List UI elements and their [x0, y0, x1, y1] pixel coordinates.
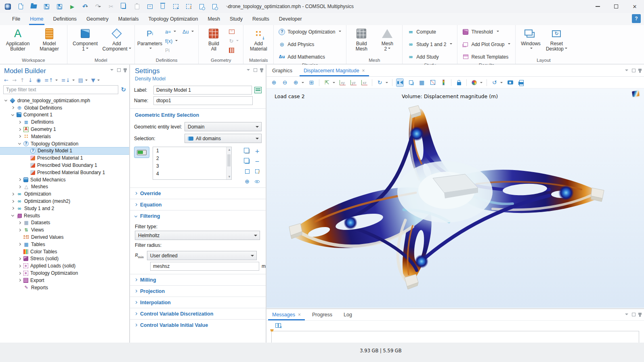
tree-item-optimization-mesh2[interactable]: ∞Optimization (mesh2) — [0, 198, 129, 205]
tree-item-meshes[interactable]: △Meshes — [0, 183, 129, 191]
tree-expander-icon[interactable] — [17, 279, 22, 281]
view-lock-icon[interactable] — [455, 79, 462, 86]
model-tree-node-text-icon[interactable]: ▤ — [78, 77, 83, 83]
nonlocal-couplings-button[interactable]: Δu — [181, 27, 195, 36]
menu-tab-home[interactable]: Home — [25, 13, 48, 25]
menu-tab-developer[interactable]: Developer — [274, 13, 307, 25]
tree-item-definitions[interactable]: ≡Definitions — [0, 118, 129, 126]
functions-button[interactable]: f(x) — [164, 37, 179, 45]
menu-tab-materials[interactable]: Materials — [113, 13, 144, 25]
tree-expander-icon[interactable] — [10, 114, 15, 116]
close-tab-icon[interactable]: × — [298, 312, 301, 318]
tree-expander-icon[interactable] — [17, 265, 22, 267]
tree-expander-icon[interactable] — [10, 107, 15, 109]
add-mathematics-button[interactable]: Δu Add Mathematics — [277, 52, 343, 62]
tree-item-export[interactable]: Export — [0, 277, 129, 284]
tree-item-reports[interactable]: ✎Reports — [0, 284, 129, 291]
tree-item-stress-solid[interactable]: Stress (solid) — [0, 255, 129, 263]
section-interpolation[interactable]: Interpolation — [130, 297, 266, 308]
tab-graphics[interactable]: Graphics — [266, 65, 298, 76]
tree-item-geometry-1[interactable]: AGeometry 1 — [0, 126, 129, 133]
view-yz-icon[interactable]: yz — [350, 79, 357, 86]
variables-button[interactable]: a= — [164, 27, 179, 36]
compute-button[interactable]: = Compute — [406, 27, 454, 37]
environment-reflections-icon[interactable]: ↺ — [491, 79, 498, 86]
print-icon[interactable] — [518, 79, 524, 86]
add-plot-group-button[interactable]: Add Plot Group — [461, 39, 512, 49]
threshold-button[interactable]: Threshold — [461, 27, 512, 37]
tree-expander-icon[interactable] — [10, 193, 15, 195]
filter-icon[interactable]: ▼ — [91, 77, 95, 83]
tree-expander-icon[interactable] — [10, 207, 15, 209]
update-geometry-button[interactable]: ↻ — [228, 37, 240, 45]
panel-pin-icon[interactable] — [261, 68, 262, 72]
add-physics-button[interactable]: ⊛ Add Physics — [277, 39, 343, 49]
zoom-extents-icon[interactable]: ⊞ — [308, 79, 315, 86]
tree-expander-icon[interactable] — [17, 121, 22, 123]
tree-expander-icon[interactable] — [17, 128, 22, 130]
selection-list-item[interactable]: 3 — [153, 162, 231, 170]
zoom-in-icon[interactable]: ⊕ — [271, 79, 277, 86]
show-grid-icon[interactable]: ▦ — [418, 79, 425, 86]
show-selection-button[interactable] — [253, 177, 262, 186]
label-input[interactable] — [153, 86, 252, 95]
filter-radius-mode-select[interactable]: User defined — [147, 251, 257, 260]
add-to-selection-button[interactable]: + — [253, 147, 262, 156]
nav-forward-icon[interactable]: → — [12, 77, 17, 83]
tree-item-global-definitions[interactable]: ⊕Global Definitions — [0, 104, 129, 112]
rotate-view-icon[interactable]: ↻ — [376, 79, 383, 86]
remove-from-selection-button[interactable]: − — [253, 157, 262, 166]
tree-expander-icon[interactable] — [17, 272, 22, 274]
panel-float-icon[interactable] — [117, 68, 121, 72]
table-message-icon[interactable] — [275, 323, 281, 328]
save-as-button[interactable] — [56, 3, 63, 10]
geometric-entity-level-select[interactable]: Domain — [185, 122, 262, 131]
tree-item-drone-topology-optimization-mph[interactable]: drone_topology_optimization.mph — [0, 97, 129, 104]
add-study-button[interactable]: ∞ Add Study — [406, 52, 454, 62]
menu-tab-definitions[interactable]: Definitions — [48, 13, 82, 25]
add-component-button[interactable]: Add Component — [102, 27, 131, 52]
paste-button[interactable] — [133, 3, 141, 10]
panel-pin-icon[interactable] — [639, 69, 641, 73]
panel-pin-icon[interactable] — [639, 313, 641, 317]
tree-item-prescribed-material-boundary-1[interactable]: Prescribed Material Boundary 1 — [0, 169, 129, 176]
tree-expander-icon[interactable] — [17, 229, 22, 231]
add-material-button[interactable]: ∷ Add Material — [247, 27, 270, 52]
menu-tab-study[interactable]: Study — [225, 13, 248, 25]
insert-sequence-button[interactable] — [228, 27, 240, 36]
close-button[interactable]: ✕ — [625, 0, 644, 13]
clear-selection-button[interactable] — [253, 167, 262, 176]
model-manager-button[interactable]: Model Manager — [35, 27, 64, 52]
graphics-canvas[interactable]: Load case 2 Volume: Displacement magnitu… — [266, 88, 644, 308]
paste-selection-button[interactable] — [243, 167, 252, 176]
panel-menu-icon[interactable] — [110, 69, 113, 72]
help-button[interactable]: ? — [632, 14, 641, 23]
tree-item-topology-optimization[interactable]: ?Topology Optimization — [0, 140, 129, 147]
parameters-button[interactable]: Pi Parameters — [138, 27, 162, 52]
partition-button[interactable] — [228, 46, 240, 55]
build-all-button[interactable]: Build All — [202, 27, 225, 52]
refresh-icon[interactable]: ↻ — [121, 86, 126, 93]
tree-item-datasets[interactable]: ▦Datasets — [0, 219, 129, 227]
rename-icon[interactable] — [254, 87, 262, 93]
color-legend-chip-icon[interactable] — [632, 90, 640, 97]
active-selection-toggle[interactable] — [134, 147, 149, 158]
show-icon[interactable]: ◉ — [36, 77, 41, 83]
scene-light-icon[interactable] — [396, 79, 403, 86]
panel-menu-icon[interactable] — [247, 69, 250, 72]
tab-progress[interactable]: Progress — [306, 309, 338, 320]
minimize-button[interactable] — [588, 0, 607, 13]
tree-expander-icon[interactable] — [10, 215, 15, 216]
menu-tab-mesh[interactable]: Mesh — [203, 13, 225, 25]
panel-float-icon[interactable] — [254, 68, 257, 72]
find-button[interactable] — [198, 3, 205, 10]
delete-button[interactable] — [159, 3, 166, 10]
tree-item-study-1-and-2[interactable]: ∞Study 1 and 2 — [0, 205, 129, 212]
study-1-and-2-button[interactable]: ∞ Study 1 and 2 — [406, 39, 454, 49]
tree-expander-icon[interactable] — [17, 179, 22, 181]
tree-expander-icon[interactable] — [10, 200, 15, 202]
find-replace-button[interactable] — [211, 3, 218, 10]
parameter-case-button[interactable]: Pi — [164, 46, 179, 55]
panel-pin-icon[interactable] — [124, 68, 126, 72]
cut-button[interactable]: ✂ — [107, 3, 115, 10]
